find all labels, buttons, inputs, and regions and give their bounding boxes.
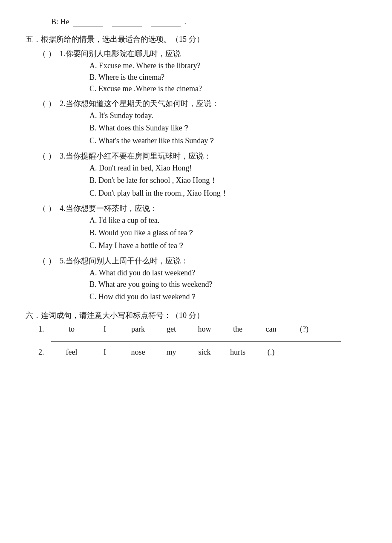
q4-optC: C. May I have a bottle of tea？ — [89, 240, 366, 251]
q3-options: A. Don't read in bed, Xiao Hong! B. Don'… — [26, 164, 366, 198]
q1-optA: A. Excuse me. Where is the library? — [89, 61, 366, 70]
q2-text: 2.当你想知道这个星期天的天气如何时，应说： — [60, 98, 219, 109]
s2-num: 2. — [38, 348, 49, 357]
s2-w0: feel — [61, 348, 82, 357]
s1-w2: park — [127, 325, 149, 334]
s1-w5: the — [227, 325, 248, 334]
question-1: （ ） 1.你要问别人电影院在哪儿时，应说 A. Excuse me. Wher… — [26, 49, 366, 93]
s2-w4: sick — [194, 348, 215, 357]
s2-w5: hurts — [227, 348, 248, 357]
q5-optA: A. What did you do last weekend? — [89, 269, 366, 277]
q5-text: 5.当你想问别人上周干什么时，应说： — [60, 256, 188, 266]
q1-options: A. Excuse me. Where is the library? B. W… — [26, 61, 366, 93]
q3-optB: B. Don't be late for school , Xiao Hong！ — [89, 175, 366, 185]
q5-paren: （ ） — [38, 256, 60, 266]
q2-options: A. It's Sunday today. B. What does this … — [26, 111, 366, 146]
q3-optC: C. Don't play ball in the room., Xiao Ho… — [89, 188, 366, 198]
q1-text: 1.你要问别人电影院在哪儿时，应说 — [60, 49, 181, 59]
q4-options: A. I'd like a cup of tea. B. Would you l… — [26, 216, 366, 251]
q1-optB: B. Where is the cinema? — [89, 73, 366, 82]
s1-w4: how — [194, 325, 215, 334]
q4-paren: （ ） — [38, 203, 60, 214]
s1-w3: get — [161, 325, 182, 334]
q1-paren: （ ） — [38, 49, 60, 59]
s1-w1: I — [94, 325, 115, 334]
section-5: 五．根据所给的情景，选出最适合的选项。（15 分） （ ） 1.你要问别人电影院… — [26, 34, 366, 302]
q5-optB: B. What are you going to this weekend? — [89, 280, 366, 289]
q4-optA: A. I'd like a cup of tea. — [89, 216, 366, 225]
q5-options: A. What did you do last weekend? B. What… — [26, 269, 366, 302]
s1-num: 1. — [38, 325, 49, 334]
s1-w0: to — [61, 325, 82, 334]
q4-optB: B. Would you like a glass of tea？ — [89, 228, 366, 238]
q2-optC: C. What's the weather like this Sunday？ — [89, 136, 366, 146]
blank-3 — [151, 17, 181, 26]
q1-optC: C. Excuse me .Where is the cinema? — [89, 84, 366, 93]
q3-paren: （ ） — [38, 151, 60, 161]
blank-2 — [112, 17, 142, 26]
question-4: （ ） 4.当你想要一杯茶时，应说： A. I'd like a cup of … — [26, 203, 366, 251]
s1-w7: (?) — [294, 325, 315, 334]
s2-w1: I — [94, 348, 115, 357]
q3-optA: A. Don't read in bed, Xiao Hong! — [89, 164, 366, 173]
q2-optB: B. What does this Sunday like？ — [89, 123, 366, 133]
q2-paren: （ ） — [38, 98, 60, 109]
sentence-1: 1. to I park get how the can (?) — [26, 325, 366, 334]
section5-title: 五．根据所给的情景，选出最适合的选项。（15 分） — [26, 34, 366, 44]
s2-w6: (.) — [260, 348, 282, 357]
question-5: （ ） 5.当你想问别人上周干什么时，应说： A. What did you d… — [26, 256, 366, 302]
question-3: （ ） 3.当你提醒小红不要在房间里玩球时，应说： A. Don't read … — [26, 151, 366, 198]
period: . — [184, 17, 187, 26]
q4-text: 4.当你想要一杯茶时，应说： — [60, 203, 158, 214]
section-6: 六．连词成句，请注意大小写和标点符号：（10 分） 1. to I park g… — [26, 310, 366, 357]
question-2: （ ） 2.当你想知道这个星期天的天气如何时，应说： A. It's Sunda… — [26, 98, 366, 146]
q2-optA: A. It's Sunday today. — [89, 111, 366, 120]
s2-w3: my — [161, 348, 182, 357]
divider — [51, 341, 341, 342]
sentence-2: 2. feel I nose my sick hurts (.) — [26, 348, 366, 357]
s1-w6: can — [260, 325, 282, 334]
section6-title: 六．连词成句，请注意大小写和标点符号：（10 分） — [26, 310, 366, 321]
b-line: B: He . — [26, 17, 366, 26]
q5-optC: C. How did you do last weekend？ — [89, 292, 366, 302]
b-label: B: He — [51, 17, 69, 26]
s2-w2: nose — [127, 348, 149, 357]
q3-text: 3.当你提醒小红不要在房间里玩球时，应说： — [60, 151, 211, 161]
blank-1 — [73, 17, 103, 26]
